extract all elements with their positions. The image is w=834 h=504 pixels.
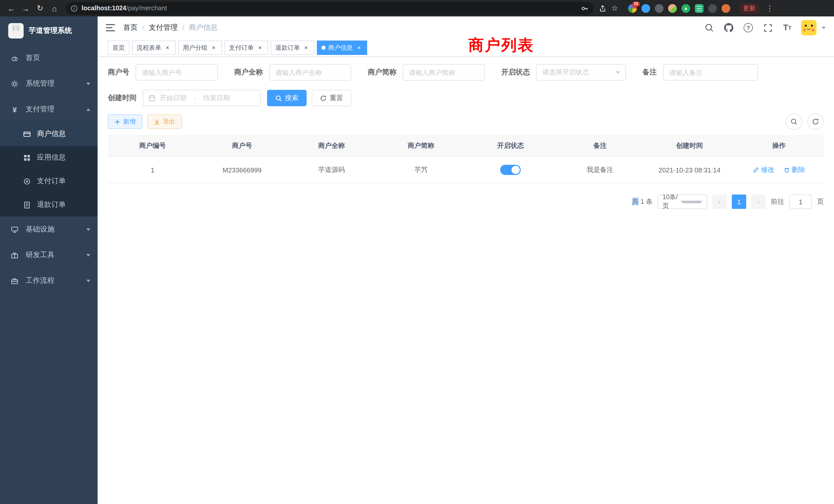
remark-input[interactable] <box>663 64 758 81</box>
full-name-input[interactable] <box>269 64 351 81</box>
avatar-caret-down-icon[interactable] <box>822 26 826 29</box>
export-button[interactable]: 导出 <box>147 114 182 129</box>
sidebar-item-system[interactable]: 系统管理 <box>0 71 97 96</box>
sidebar-item-label: 退款订单 <box>37 200 66 209</box>
close-icon[interactable]: × <box>355 44 363 51</box>
close-icon[interactable]: × <box>256 44 263 51</box>
filter-create-time: 创建时间 开始日期 - 结束日期 <box>108 90 261 106</box>
filter-row-2: 创建时间 开始日期 - 结束日期 搜索 重置 <box>108 90 824 106</box>
circle-target-icon <box>23 177 31 185</box>
cell-short-name: 芋艿 <box>376 157 466 183</box>
sidebar-item-payment[interactable]: ¥ 支付管理 <box>0 96 97 122</box>
font-size-icon[interactable]: TT <box>782 22 793 33</box>
breadcrumb-payment[interactable]: 支付管理 <box>149 23 178 32</box>
filter-short-name: 商户简称 <box>368 64 485 81</box>
sidebar-item-refund-orders[interactable]: 退款订单 <box>0 193 97 216</box>
page-1-button[interactable]: 1 <box>732 194 746 209</box>
extension-avatar-icon[interactable] <box>668 4 677 13</box>
toggle-search-icon-button[interactable] <box>786 113 802 130</box>
sidebar-item-label: 应用信息 <box>37 153 66 162</box>
button-label: 重置 <box>330 93 343 102</box>
prev-page-button[interactable]: ‹ <box>712 194 727 209</box>
field-label: 创建时间 <box>108 93 137 102</box>
extension-blue-icon[interactable] <box>641 4 650 13</box>
sidebar-collapse-icon[interactable] <box>106 24 115 31</box>
extension-gray-icon[interactable] <box>655 4 663 13</box>
delete-button[interactable]: 删除 <box>784 165 805 175</box>
browser-menu-icon[interactable]: ⋮ <box>766 4 773 12</box>
close-icon[interactable]: × <box>210 44 217 51</box>
page-size-select[interactable]: 10条/页 <box>658 194 707 209</box>
browser-update-button[interactable]: 更新 <box>739 2 760 14</box>
sidebar-item-label: 系统管理 <box>26 79 86 88</box>
col-full-name: 商户全称 <box>287 135 376 157</box>
fullscreen-icon[interactable] <box>762 22 773 33</box>
extension-orange-icon[interactable] <box>722 4 730 13</box>
back-icon[interactable]: ← <box>5 2 18 14</box>
share-icon[interactable] <box>599 4 607 12</box>
forward-icon[interactable]: → <box>20 2 32 14</box>
extension-notes-icon[interactable] <box>695 4 704 13</box>
logo-title: 芋道管理系统 <box>29 26 72 36</box>
extension-green-arrow-icon[interactable]: ▲ <box>681 4 690 13</box>
short-name-input[interactable] <box>403 64 485 81</box>
chevron-down-icon <box>86 83 90 85</box>
home-icon[interactable]: ⌂ <box>48 2 61 14</box>
tag-refund-orders[interactable]: 退款订单× <box>271 41 314 55</box>
logo-avatar <box>8 23 24 39</box>
tag-merchant-info[interactable]: 商户信息× <box>317 41 367 55</box>
breadcrumb: 首页 / 支付管理 / 商户信息 <box>123 23 218 32</box>
github-icon[interactable] <box>723 22 734 33</box>
add-button[interactable]: 新增 <box>108 114 142 129</box>
chevron-down-icon <box>680 201 703 203</box>
status-select[interactable]: 请选择开启状态 <box>536 64 626 81</box>
sidebar-item-infrastructure[interactable]: 基础设施 <box>0 216 97 242</box>
screen: ← → ↻ ⌂ localhost:1024/pay/merchant ☆ 10 <box>0 0 834 504</box>
col-status: 开启状态 <box>466 135 555 157</box>
toolbar-right <box>786 113 824 130</box>
sidebar-logo[interactable]: 芋道管理系统 <box>0 17 97 45</box>
reload-icon[interactable]: ↻ <box>34 2 46 14</box>
sidebar-item-pay-orders[interactable]: 支付订单 <box>0 169 97 193</box>
key-icon[interactable] <box>581 4 589 12</box>
breadcrumb-home[interactable]: 首页 <box>123 23 138 32</box>
search-icon[interactable] <box>704 22 715 33</box>
search-button[interactable]: 搜索 <box>267 90 307 106</box>
help-icon[interactable]: ? <box>743 22 754 33</box>
edit-button[interactable]: 修改 <box>753 165 774 175</box>
extension-dark-icon[interactable] <box>708 4 717 13</box>
date-range-picker[interactable]: 开始日期 - 结束日期 <box>143 90 261 106</box>
close-icon[interactable]: × <box>303 44 310 51</box>
sidebar-item-label: 基础设施 <box>26 225 86 234</box>
tag-label: 支付订单 <box>229 43 254 52</box>
download-icon <box>154 119 160 124</box>
sidebar-item-app-info[interactable]: 应用信息 <box>0 146 97 169</box>
goto-page-input[interactable] <box>789 194 812 209</box>
col-merchant-id: 商户编号 <box>108 135 197 157</box>
tag-user-group[interactable]: 用户分组× <box>178 41 222 55</box>
tag-process-form[interactable]: 流程表单× <box>132 41 176 55</box>
reset-button[interactable]: 重置 <box>312 90 351 106</box>
tag-label: 用户分组 <box>183 43 207 52</box>
address-bar[interactable]: localhost:1024/pay/merchant <box>66 2 594 15</box>
refresh-table-button[interactable] <box>807 113 824 130</box>
merchant-no-input[interactable] <box>136 64 218 81</box>
sidebar-item-dev-tools[interactable]: 研发工具 <box>0 242 97 268</box>
sidebar-item-home[interactable]: 首页 <box>0 45 97 71</box>
tag-label: 退款订单 <box>275 43 300 52</box>
status-toggle[interactable] <box>500 165 521 175</box>
sidebar-item-merchant-info[interactable]: 商户信息 <box>0 122 97 146</box>
chevron-down-icon <box>616 71 620 74</box>
tag-pay-orders[interactable]: 支付订单× <box>224 41 268 55</box>
cell-full-name: 芋道源码 <box>287 157 376 183</box>
close-icon[interactable]: × <box>164 44 171 51</box>
toolbox-icon <box>10 251 19 259</box>
info-icon[interactable] <box>71 5 78 12</box>
bookmark-star-icon[interactable]: ☆ <box>609 2 621 14</box>
sidebar-item-workflow[interactable]: 工作流程 <box>0 268 97 294</box>
tag-home[interactable]: 首页 <box>108 41 129 55</box>
next-page-button[interactable]: › <box>751 194 766 209</box>
avatar[interactable] <box>801 20 816 36</box>
url-path: /pay/merchant <box>126 5 167 12</box>
extension-colorwheel-icon[interactable]: 10 <box>628 4 637 13</box>
